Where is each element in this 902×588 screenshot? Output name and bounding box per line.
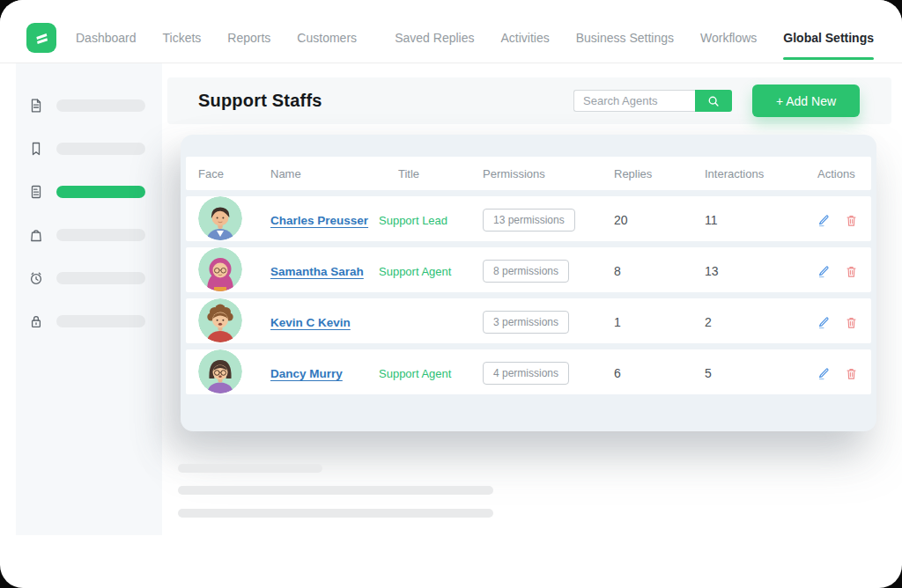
col-header-name: Name	[270, 167, 379, 180]
secondary-nav: Saved Replies Activities Business Settin…	[395, 31, 874, 45]
settings-sidebar	[16, 63, 162, 535]
sidebar-item[interactable]	[16, 170, 162, 213]
skeleton-bar	[178, 486, 493, 495]
nav-business-settings[interactable]: Business Settings	[576, 31, 674, 45]
col-header-actions: Actions	[817, 167, 871, 180]
table-row: Samantha Sarah Support Agent 8 permissio…	[186, 247, 871, 292]
sidebar-skeleton-label	[56, 272, 145, 284]
file-icon	[28, 98, 44, 114]
permissions-badge[interactable]: 3 permissions	[483, 311, 569, 334]
table-row: Kevin C Kevin 3 permissions 1 2	[186, 298, 871, 343]
table-row: Dancy Murry Support Agent 4 permissions …	[186, 349, 871, 394]
primary-nav: Dashboard Tickets Reports Customers	[76, 31, 357, 45]
nav-activities[interactable]: Activities	[500, 31, 549, 45]
interactions-count: 5	[705, 366, 817, 380]
staff-title-label: Support Agent	[379, 265, 451, 278]
interactions-count: 11	[705, 213, 817, 227]
permissions-badge[interactable]: 13 permissions	[483, 209, 575, 232]
nav-reports[interactable]: Reports	[227, 31, 270, 45]
col-header-face: Face	[198, 167, 270, 180]
replies-count: 8	[614, 264, 705, 278]
search-group	[573, 90, 732, 112]
staff-name-link[interactable]: Dancy Murry	[270, 367, 343, 380]
table-header-row: Face Name Title Permissions Replies Inte…	[186, 157, 871, 190]
sidebar-item[interactable]	[16, 84, 162, 127]
permissions-badge[interactable]: 8 permissions	[483, 260, 569, 283]
col-header-interactions: Interactions	[705, 167, 817, 180]
staff-avatar	[198, 247, 242, 291]
skeleton-bar	[178, 464, 322, 473]
table-body: Charles Preusser Support Lead 13 permiss…	[186, 196, 871, 394]
search-icon	[707, 95, 720, 107]
col-header-title: Title	[379, 167, 483, 180]
alarm-clock-icon	[28, 270, 44, 286]
nav-dashboard[interactable]: Dashboard	[76, 31, 137, 45]
app-logo-icon[interactable]	[26, 23, 56, 53]
add-new-button[interactable]: + Add New	[752, 85, 860, 117]
nav-saved-replies[interactable]: Saved Replies	[395, 31, 474, 45]
sidebar-skeleton-label	[56, 143, 145, 155]
skeleton-bar	[178, 509, 493, 518]
sidebar-item[interactable]	[16, 213, 162, 256]
content-header: Support Staffs + Add New	[167, 77, 891, 124]
permissions-badge[interactable]: 4 permissions	[483, 362, 569, 385]
staff-name-link[interactable]: Kevin C Kevin	[270, 316, 351, 329]
table-row: Charles Preusser Support Lead 13 permiss…	[186, 196, 871, 241]
staff-avatar	[198, 196, 242, 240]
interactions-count: 2	[705, 315, 817, 329]
staff-table-card: Face Name Title Permissions Replies Inte…	[181, 135, 876, 431]
nav-tickets[interactable]: Tickets	[163, 31, 202, 45]
lock-icon	[28, 313, 44, 329]
report-doc-icon	[28, 184, 44, 200]
sidebar-skeleton-label	[56, 315, 145, 327]
delete-icon[interactable]	[845, 316, 858, 329]
edit-icon[interactable]	[817, 264, 832, 278]
shopping-bag-icon	[28, 227, 44, 243]
replies-count: 1	[614, 315, 705, 329]
col-header-replies: Replies	[614, 167, 705, 180]
sidebar-item[interactable]	[16, 256, 162, 299]
app-window: Dashboard Tickets Reports Customers Save…	[0, 0, 902, 588]
replies-count: 20	[614, 213, 705, 227]
sidebar-skeleton-label	[56, 99, 145, 112]
edit-icon[interactable]	[817, 213, 832, 227]
fluent-support-logo	[31, 27, 52, 48]
delete-icon[interactable]	[845, 214, 858, 227]
staff-avatar	[198, 349, 242, 393]
staff-name-link[interactable]: Charles Preusser	[270, 214, 368, 227]
edit-icon[interactable]	[817, 315, 832, 329]
top-navbar: Dashboard Tickets Reports Customers Save…	[0, 0, 902, 63]
nav-global-settings[interactable]: Global Settings	[783, 31, 874, 45]
search-button[interactable]	[695, 90, 732, 112]
bookmark-icon	[28, 141, 44, 157]
sidebar-item[interactable]	[16, 299, 162, 342]
replies-count: 6	[614, 366, 705, 380]
delete-icon[interactable]	[845, 367, 858, 380]
sidebar-skeleton-label	[56, 229, 145, 241]
edit-icon[interactable]	[817, 366, 832, 380]
staff-avatar	[198, 298, 242, 342]
nav-workflows[interactable]: Workflows	[700, 31, 757, 45]
sidebar-item[interactable]	[16, 127, 162, 170]
col-header-permissions: Permissions	[483, 167, 614, 180]
staff-name-link[interactable]: Samantha Sarah	[270, 265, 364, 278]
staff-title-label: Support Lead	[379, 214, 447, 227]
page-title: Support Staffs	[198, 91, 322, 111]
search-input[interactable]	[573, 90, 695, 112]
staff-title-label: Support Agent	[379, 367, 451, 380]
sidebar-active-indicator	[56, 186, 145, 198]
nav-customers[interactable]: Customers	[297, 31, 357, 45]
interactions-count: 13	[705, 264, 817, 278]
delete-icon[interactable]	[845, 265, 858, 278]
